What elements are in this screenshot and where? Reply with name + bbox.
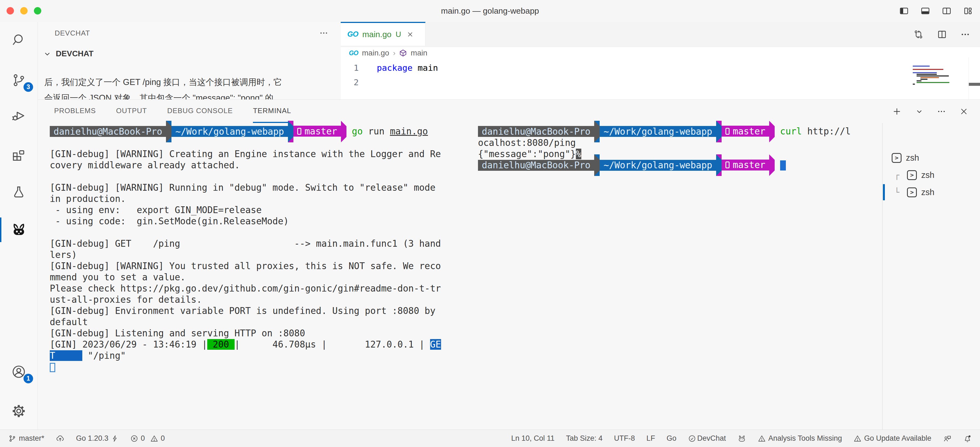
terminal-line: lers) [50,249,465,260]
sync-publish-icon[interactable] [56,434,65,443]
panel-tab-terminal[interactable]: TERMINAL [253,100,291,123]
terminal-line: - using code: gin.SetMode(gin.ReleaseMod… [50,216,465,227]
zoom-window-button[interactable] [34,7,41,14]
code-area[interactable]: 1 package main 2 [341,61,438,90]
go-version-status[interactable]: Go 1.20.3 [76,434,119,442]
eol-status[interactable]: LF [646,434,655,442]
panel-tab-output[interactable]: OUTPUT [116,100,147,123]
terminal-line: ocalhost:8080/ping [478,137,880,148]
devchat-rabbit-icon[interactable] [0,215,37,245]
terminal-list-item-zsh[interactable]: ┌>zsh [883,166,980,184]
terminal-prompt-row: danielhu@MacBook-Pro~/Work/golang-webapp… [478,126,880,137]
shell-prompt: danielhu@MacBook-Pro~/Work/golang-webapp… [50,126,347,137]
feedback-icon[interactable] [943,434,951,443]
go-update-warning[interactable]: Go Update Available [853,434,931,442]
encoding-status[interactable]: UTF-8 [614,434,635,442]
accounts-badge: 1 [24,374,33,384]
terminal-content[interactable]: danielhu@MacBook-Pro~/Work/golang-webapp… [38,123,980,430]
breadcrumb-file[interactable]: main.go [362,49,390,57]
tab-size-status[interactable]: Tab Size: 4 [566,434,603,442]
panel-tab-problems[interactable]: PROBLEMS [54,100,96,123]
terminal-line: [GIN-debug] Listening and serving HTTP o… [50,328,465,339]
split-tree-glyph: └ [894,187,903,197]
extensions-icon[interactable] [0,139,37,170]
keyword-package: package [377,63,413,73]
terminal-icon: > [892,153,902,163]
rabbit-engine-icon[interactable] [737,434,746,443]
terminal-line [50,227,465,238]
terminal-line: T "/ping" [50,350,465,361]
settings-gear-icon[interactable] [0,396,37,426]
status-bar-left: master* Go 1.20.3 0 0 [8,434,165,443]
git-branch-status[interactable]: master* [8,434,44,442]
cursor-position-status[interactable]: Ln 10, Col 11 [511,434,555,442]
code-line-1: 1 package main [341,61,438,75]
source-control-icon[interactable]: 3 [0,65,37,95]
sidebar-section-label: DEVCHAT [56,49,94,58]
terminal-line [50,361,465,372]
line-number: 1 [341,61,359,75]
panel-tab-debug-console[interactable]: DEBUG CONSOLE [167,100,233,123]
editor-tabstrip: GO main.go U [341,22,980,47]
tab-main-go[interactable]: GO main.go U [341,22,425,46]
problems-status[interactable]: 0 0 [130,434,165,442]
sidebar-more-actions-icon[interactable] [319,29,328,38]
terminal-prompt-row: danielhu@MacBook-Pro~/Work/golang-webapp… [50,126,465,137]
terminal-pane-left[interactable]: danielhu@MacBook-Pro~/Work/golang-webapp… [50,126,465,372]
window-title: main.go — golang-webapp [82,0,898,22]
breadcrumb: GO main.go › main [341,47,980,59]
branch-label: master* [19,434,44,442]
git-branch-glyph-icon [297,128,301,135]
breadcrumb-symbol[interactable]: main [411,49,427,57]
notifications-bell-icon[interactable] [963,434,972,443]
terminal-dropdown-chevron-icon[interactable] [915,107,924,116]
close-window-button[interactable] [6,7,14,14]
panel-header: PROBLEMSOUTPUTDEBUG CONSOLETERMINAL [38,100,980,123]
terminal-line: ust-all-proxies for details. [50,294,465,305]
git-branch-glyph-icon [725,128,730,135]
scrollbar-decoration[interactable] [969,83,980,86]
split-tree-glyph: ┌ [894,170,903,180]
line-number: 2 [341,75,359,90]
terminal-list-item-zsh[interactable]: >zsh [883,149,980,166]
devchat-message-line1: 后，我们定义了一个 GET /ping 接口，当这个接口被调用时，它 [44,74,333,90]
open-changes-icon[interactable] [913,29,924,40]
git-branch-glyph-icon [725,162,730,168]
terminal-list-item-zsh[interactable]: └>zsh [883,184,980,201]
editor-more-actions-icon[interactable] [960,30,970,40]
minimize-window-button[interactable] [20,7,28,14]
terminal-tabs-list: >zsh┌>zsh└>zsh [882,123,980,430]
run-and-debug-icon[interactable] [0,101,37,131]
search-icon[interactable] [0,25,37,55]
terminal-output: ocalhost:8080/ping{"message":"pong"}% [478,137,880,160]
terminal-line: [GIN-debug] [WARNING] Creating an Engine… [50,148,465,160]
accounts-icon[interactable]: 1 [0,357,37,387]
analysis-tools-warning[interactable]: Analysis Tools Missing [758,434,842,442]
go-version-label: Go 1.20.3 [76,434,108,442]
editor-group: GO main.go U [341,22,980,100]
terminal-line: covery middleware already attached. [50,160,465,171]
panel-more-actions-icon[interactable] [937,107,946,116]
new-terminal-icon[interactable] [892,106,902,116]
customize-layout-icon[interactable] [963,6,973,16]
close-tab-icon[interactable] [406,31,414,38]
terminal-line [50,137,465,148]
close-panel-icon[interactable] [959,107,969,116]
testing-flask-icon[interactable] [0,177,37,207]
sidebar-section-devchat[interactable]: DEVCHAT [43,49,94,58]
terminal-pane-right[interactable]: danielhu@MacBook-Pro~/Work/golang-webapp… [478,126,880,171]
toggle-sidebar-icon[interactable] [899,6,909,16]
terminal-label: zsh [921,170,934,180]
terminal-cursor [775,160,786,171]
terminal-line: [GIN-debug] [WARNING] Running in "debug"… [50,182,465,193]
terminal-label: zsh [906,153,919,163]
toggle-panel-icon[interactable] [920,6,930,16]
devchat-status[interactable]: DevChat [688,434,726,442]
symbol-namespace-icon [399,49,407,57]
split-editor-icon[interactable] [937,29,947,40]
terminal-line: [GIN-debug] Environment variable PORT is… [50,305,465,316]
minimap[interactable] [913,66,945,85]
language-mode-status[interactable]: Go [667,434,676,442]
terminal-line: mmend you to set a value. [50,272,465,283]
split-editor-layout-icon[interactable] [942,6,951,16]
